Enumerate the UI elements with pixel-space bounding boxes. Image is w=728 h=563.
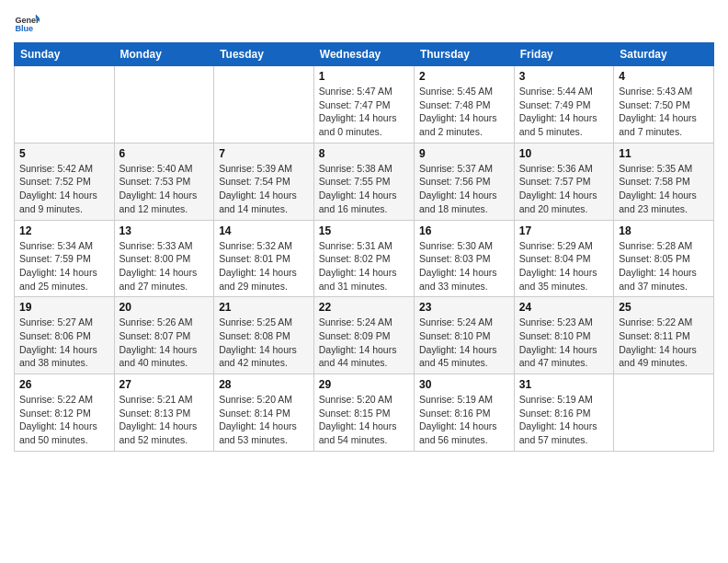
calendar-cell: 26Sunrise: 5:22 AMSunset: 8:12 PMDayligh…: [15, 374, 115, 452]
day-number: 18: [619, 224, 709, 237]
calendar-cell: 1Sunrise: 5:47 AMSunset: 7:47 PMDaylight…: [313, 66, 414, 144]
day-info: Sunrise: 5:36 AMSunset: 7:57 PMDaylight:…: [519, 162, 609, 216]
calendar-cell: 6Sunrise: 5:40 AMSunset: 7:53 PMDaylight…: [114, 143, 214, 220]
day-number: 6: [119, 147, 210, 160]
day-of-week-header: Wednesday: [313, 43, 414, 66]
day-number: 9: [419, 147, 509, 160]
day-number: 29: [319, 378, 409, 391]
day-info: Sunrise: 5:28 AMSunset: 8:05 PMDaylight:…: [619, 239, 709, 293]
day-info: Sunrise: 5:30 AMSunset: 8:03 PMDaylight:…: [419, 239, 509, 293]
day-number: 15: [319, 224, 409, 237]
day-info: Sunrise: 5:42 AMSunset: 7:52 PMDaylight:…: [19, 162, 109, 216]
page-header: General Blue: [14, 9, 714, 35]
day-of-week-header: Saturday: [614, 43, 714, 66]
calendar-week-row: 12Sunrise: 5:34 AMSunset: 7:59 PMDayligh…: [15, 220, 714, 297]
day-number: 14: [219, 224, 309, 237]
day-number: 1: [319, 70, 409, 83]
day-number: 23: [419, 301, 509, 314]
day-number: 2: [419, 70, 509, 83]
day-number: 4: [619, 70, 709, 83]
calendar-cell: 11Sunrise: 5:35 AMSunset: 7:58 PMDayligh…: [614, 143, 714, 220]
day-info: Sunrise: 5:33 AMSunset: 8:00 PMDaylight:…: [119, 239, 210, 293]
calendar-header-row: SundayMondayTuesdayWednesdayThursdayFrid…: [15, 43, 714, 66]
calendar-cell: 7Sunrise: 5:39 AMSunset: 7:54 PMDaylight…: [214, 143, 314, 220]
day-number: 31: [519, 378, 609, 391]
day-number: 21: [219, 301, 309, 314]
calendar-cell: 9Sunrise: 5:37 AMSunset: 7:56 PMDaylight…: [414, 143, 514, 220]
day-number: 22: [319, 301, 409, 314]
logo-icon: General Blue: [14, 9, 40, 35]
day-info: Sunrise: 5:43 AMSunset: 7:50 PMDaylight:…: [619, 85, 709, 139]
day-number: 5: [19, 147, 109, 160]
day-info: Sunrise: 5:19 AMSunset: 8:16 PMDaylight:…: [419, 393, 509, 447]
calendar-cell: [15, 66, 115, 144]
calendar-cell: 8Sunrise: 5:38 AMSunset: 7:55 PMDaylight…: [313, 143, 414, 220]
logo: General Blue: [14, 9, 43, 35]
calendar-cell: 19Sunrise: 5:27 AMSunset: 8:06 PMDayligh…: [15, 297, 115, 374]
calendar-cell: 13Sunrise: 5:33 AMSunset: 8:00 PMDayligh…: [114, 220, 214, 297]
calendar-table: SundayMondayTuesdayWednesdayThursdayFrid…: [14, 42, 714, 452]
day-info: Sunrise: 5:23 AMSunset: 8:10 PMDaylight:…: [519, 316, 609, 370]
day-number: 8: [319, 147, 409, 160]
day-number: 16: [419, 224, 509, 237]
calendar-cell: 23Sunrise: 5:24 AMSunset: 8:10 PMDayligh…: [414, 297, 514, 374]
day-info: Sunrise: 5:25 AMSunset: 8:08 PMDaylight:…: [219, 316, 309, 370]
calendar-week-row: 19Sunrise: 5:27 AMSunset: 8:06 PMDayligh…: [15, 297, 714, 374]
day-of-week-header: Monday: [114, 43, 214, 66]
svg-text:Blue: Blue: [15, 24, 33, 33]
day-info: Sunrise: 5:20 AMSunset: 8:15 PMDaylight:…: [319, 393, 409, 447]
calendar-cell: 4Sunrise: 5:43 AMSunset: 7:50 PMDaylight…: [614, 66, 714, 144]
day-info: Sunrise: 5:22 AMSunset: 8:12 PMDaylight:…: [19, 393, 109, 447]
calendar-cell: 5Sunrise: 5:42 AMSunset: 7:52 PMDaylight…: [15, 143, 115, 220]
calendar-cell: 29Sunrise: 5:20 AMSunset: 8:15 PMDayligh…: [313, 374, 414, 452]
day-info: Sunrise: 5:35 AMSunset: 7:58 PMDaylight:…: [619, 162, 709, 216]
day-info: Sunrise: 5:24 AMSunset: 8:10 PMDaylight:…: [419, 316, 509, 370]
day-number: 11: [619, 147, 709, 160]
day-info: Sunrise: 5:26 AMSunset: 8:07 PMDaylight:…: [119, 316, 210, 370]
calendar-cell: [614, 374, 714, 452]
calendar-cell: 12Sunrise: 5:34 AMSunset: 7:59 PMDayligh…: [15, 220, 115, 297]
day-info: Sunrise: 5:32 AMSunset: 8:01 PMDaylight:…: [219, 239, 309, 293]
day-number: 27: [119, 378, 210, 391]
calendar-cell: 17Sunrise: 5:29 AMSunset: 8:04 PMDayligh…: [514, 220, 613, 297]
calendar-cell: 25Sunrise: 5:22 AMSunset: 8:11 PMDayligh…: [614, 297, 714, 374]
day-info: Sunrise: 5:21 AMSunset: 8:13 PMDaylight:…: [119, 393, 210, 447]
calendar-cell: [214, 66, 314, 144]
calendar-cell: 21Sunrise: 5:25 AMSunset: 8:08 PMDayligh…: [214, 297, 314, 374]
calendar-cell: 30Sunrise: 5:19 AMSunset: 8:16 PMDayligh…: [414, 374, 514, 452]
day-number: 26: [19, 378, 109, 391]
day-info: Sunrise: 5:27 AMSunset: 8:06 PMDaylight:…: [19, 316, 109, 370]
calendar-week-row: 26Sunrise: 5:22 AMSunset: 8:12 PMDayligh…: [15, 374, 714, 452]
calendar-cell: 31Sunrise: 5:19 AMSunset: 8:16 PMDayligh…: [514, 374, 613, 452]
day-of-week-header: Friday: [514, 43, 613, 66]
day-info: Sunrise: 5:37 AMSunset: 7:56 PMDaylight:…: [419, 162, 509, 216]
day-number: 13: [119, 224, 210, 237]
calendar-cell: 16Sunrise: 5:30 AMSunset: 8:03 PMDayligh…: [414, 220, 514, 297]
calendar-cell: [114, 66, 214, 144]
day-info: Sunrise: 5:38 AMSunset: 7:55 PMDaylight:…: [319, 162, 409, 216]
day-info: Sunrise: 5:19 AMSunset: 8:16 PMDaylight:…: [519, 393, 609, 447]
calendar-cell: 27Sunrise: 5:21 AMSunset: 8:13 PMDayligh…: [114, 374, 214, 452]
day-number: 24: [519, 301, 609, 314]
day-info: Sunrise: 5:44 AMSunset: 7:49 PMDaylight:…: [519, 85, 609, 139]
calendar-week-row: 5Sunrise: 5:42 AMSunset: 7:52 PMDaylight…: [15, 143, 714, 220]
calendar-cell: 20Sunrise: 5:26 AMSunset: 8:07 PMDayligh…: [114, 297, 214, 374]
day-of-week-header: Thursday: [414, 43, 514, 66]
calendar-week-row: 1Sunrise: 5:47 AMSunset: 7:47 PMDaylight…: [15, 66, 714, 144]
day-info: Sunrise: 5:22 AMSunset: 8:11 PMDaylight:…: [619, 316, 709, 370]
day-number: 10: [519, 147, 609, 160]
day-number: 3: [519, 70, 609, 83]
calendar-cell: 24Sunrise: 5:23 AMSunset: 8:10 PMDayligh…: [514, 297, 613, 374]
day-info: Sunrise: 5:34 AMSunset: 7:59 PMDaylight:…: [19, 239, 109, 293]
day-number: 20: [119, 301, 210, 314]
day-info: Sunrise: 5:40 AMSunset: 7:53 PMDaylight:…: [119, 162, 210, 216]
day-number: 19: [19, 301, 109, 314]
day-info: Sunrise: 5:45 AMSunset: 7:48 PMDaylight:…: [419, 85, 509, 139]
day-info: Sunrise: 5:39 AMSunset: 7:54 PMDaylight:…: [219, 162, 309, 216]
calendar-cell: 18Sunrise: 5:28 AMSunset: 8:05 PMDayligh…: [614, 220, 714, 297]
calendar-cell: 3Sunrise: 5:44 AMSunset: 7:49 PMDaylight…: [514, 66, 613, 144]
day-of-week-header: Sunday: [15, 43, 115, 66]
day-number: 25: [619, 301, 709, 314]
calendar-cell: 10Sunrise: 5:36 AMSunset: 7:57 PMDayligh…: [514, 143, 613, 220]
day-info: Sunrise: 5:20 AMSunset: 8:14 PMDaylight:…: [219, 393, 309, 447]
